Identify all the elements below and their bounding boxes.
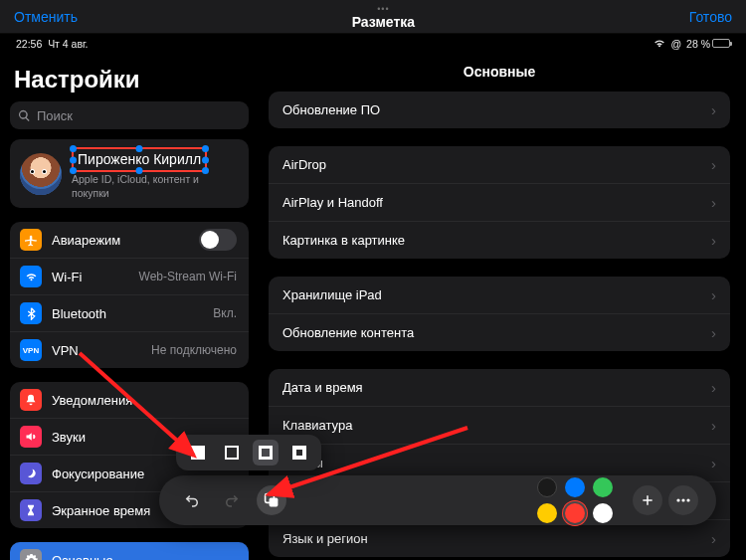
profile-subtitle: Apple ID, iCloud, контент и покупки	[72, 173, 239, 200]
moon-icon	[20, 463, 42, 484]
shapes-button[interactable]	[257, 485, 286, 515]
wifi-icon	[653, 39, 665, 48]
profile-name: Пироженко Кирилл	[72, 147, 207, 172]
sidebar-item-wifi[interactable]: Wi-Fi Web-Stream Wi-Fi	[10, 259, 249, 295]
sidebar-item-vpn[interactable]: VPN VPN Не подключено	[10, 332, 249, 368]
svg-point-5	[676, 498, 679, 501]
detail-datetime[interactable]: Дата и время›	[269, 369, 730, 407]
vpn-icon: VPN	[20, 339, 42, 361]
markup-toolbar	[159, 475, 716, 525]
battery-icon: 28 %	[686, 38, 730, 50]
bell-icon	[20, 389, 42, 411]
chevron-right-icon: ›	[711, 417, 716, 434]
gear-icon	[20, 549, 42, 560]
svg-point-7	[686, 498, 689, 501]
color-black[interactable]	[537, 477, 557, 497]
sidebar-item-airplane[interactable]: Авиарежим	[10, 222, 249, 259]
redo-button[interactable]	[217, 485, 247, 515]
more-button[interactable]	[668, 485, 698, 515]
chevron-right-icon: ›	[711, 379, 716, 396]
page-title: Настройки	[14, 66, 245, 93]
chevron-right-icon: ›	[711, 530, 716, 547]
shape-outline-thick-button[interactable]	[289, 443, 309, 463]
sidebar-item-notifications[interactable]: Уведомления	[10, 382, 249, 419]
svg-point-6	[681, 498, 684, 501]
add-button[interactable]	[633, 485, 662, 515]
detail-pip[interactable]: Картинка в картинке›	[269, 222, 730, 259]
detail-title: Основные	[269, 64, 730, 80]
speaker-icon	[20, 426, 42, 448]
chevron-right-icon: ›	[711, 101, 716, 118]
color-white[interactable]	[593, 503, 613, 523]
undo-button[interactable]	[177, 485, 207, 515]
detail-background-refresh[interactable]: Обновление контента›	[269, 314, 730, 351]
markup-selection-box[interactable]	[72, 147, 207, 172]
shape-fill-button[interactable]	[188, 443, 208, 463]
chevron-right-icon: ›	[711, 232, 716, 249]
detail-storage[interactable]: Хранилище iPad›	[269, 277, 730, 314]
shape-style-popup	[176, 435, 321, 470]
detail-software-update[interactable]: Обновление ПО ›	[269, 92, 730, 128]
color-green[interactable]	[593, 477, 613, 497]
search-input[interactable]: Поиск	[10, 101, 249, 129]
sidebar-item-general[interactable]: Основные	[10, 542, 249, 560]
color-palette	[537, 477, 613, 523]
sidebar-item-bluetooth[interactable]: Bluetooth Вкл.	[10, 295, 249, 332]
detail-language[interactable]: Язык и регион›	[269, 520, 730, 557]
detail-keyboard[interactable]: Клавиатура›	[269, 407, 730, 445]
color-red[interactable]	[565, 503, 585, 523]
bluetooth-icon	[20, 302, 42, 324]
chevron-right-icon: ›	[711, 194, 716, 211]
done-button[interactable]: Готово	[689, 9, 732, 25]
status-time-date: 22:56 Чт 4 авг.	[16, 38, 89, 50]
status-bar: 22:56 Чт 4 авг. @ 28 %	[0, 34, 746, 53]
cancel-button[interactable]: Отменить	[14, 9, 78, 25]
chevron-right-icon: ›	[711, 324, 716, 341]
detail-airdrop[interactable]: AirDrop›	[269, 146, 730, 184]
wifi-icon	[20, 266, 42, 287]
color-yellow[interactable]	[537, 503, 557, 523]
profile-row[interactable]: Пироженко Кирилл Apple ID, iCloud, конте…	[10, 139, 249, 208]
airplane-toggle[interactable]	[199, 229, 237, 251]
grabber-icon: •••	[377, 5, 389, 14]
topbar-title: ••• Разметка	[352, 5, 415, 29]
hourglass-icon	[20, 499, 42, 521]
chevron-right-icon: ›	[711, 286, 716, 303]
airplane-icon	[20, 229, 42, 251]
shape-outline-medium-button[interactable]	[253, 440, 279, 466]
shape-outline-thin-button[interactable]	[222, 443, 242, 463]
search-icon	[18, 109, 31, 122]
avatar	[20, 153, 62, 195]
chevron-right-icon: ›	[711, 156, 716, 173]
chevron-right-icon: ›	[711, 455, 716, 471]
at-icon: @	[670, 38, 681, 50]
color-blue[interactable]	[565, 477, 585, 497]
detail-airplay[interactable]: AirPlay и Handoff›	[269, 184, 730, 222]
